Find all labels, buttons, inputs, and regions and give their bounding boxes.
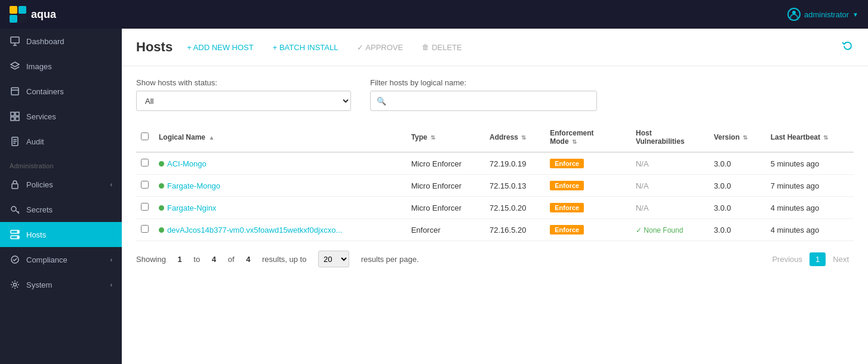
select-all-checkbox[interactable] [141,132,149,140]
cell-enforcement-3: Enforce [545,219,631,241]
page-title: Hosts [136,39,173,55]
status-indicator-1 [159,183,164,189]
batch-install-button[interactable]: + BATCH INSTALL [268,41,343,54]
username: administrator [804,10,849,19]
cell-heartbeat-1: 7 minutes ago [766,175,854,197]
sidebar-label-dashboard: Dashboard [26,37,64,46]
box-icon [10,86,20,97]
cell-version-2: 3.0.0 [709,197,766,219]
status-filter-select[interactable]: All Active Inactive Pending [136,91,351,111]
heartbeat-sort-icon: ⇅ [823,134,828,141]
svg-point-25 [17,232,19,233]
host-link-1[interactable]: Fargate-Mongo [167,181,220,190]
grid-icon [10,111,20,122]
delete-icon: 🗑 [422,43,429,51]
sidebar-item-compliance[interactable]: Compliance ‹ [0,247,122,272]
sidebar-item-policies[interactable]: Policies ‹ [0,172,122,197]
select-all-header[interactable] [136,123,154,152]
admin-section-label: Administration [0,154,122,172]
sidebar-item-dashboard[interactable]: Dashboard [0,29,122,54]
layers-icon [10,61,20,72]
sidebar-label-containers: Containers [26,87,64,96]
cell-type-0: Micro Enforcer [407,152,485,175]
svg-marker-8 [11,62,19,67]
svg-point-4 [792,11,796,14]
svg-rect-19 [12,184,18,189]
row-checkbox-1[interactable] [141,181,149,189]
refresh-button[interactable] [842,40,854,55]
enforcement-sort-icon: ⇅ [572,138,577,145]
table-row: Fargate-MongoMicro Enforcer72.15.0.13Enf… [136,175,854,197]
sidebar-item-system[interactable]: System ‹ [0,272,122,297]
logical-name-sort-icon: ▲ [208,134,214,141]
cell-vulnerabilities-2: N/A [631,197,709,219]
status-indicator-3 [159,227,164,233]
add-new-host-button[interactable]: + ADD NEW HOST [182,41,258,54]
user-avatar [787,8,801,21]
type-sort-icon: ⇅ [430,134,435,141]
cell-version-0: 3.0.0 [709,152,766,175]
top-header: aqua administrator ▼ [0,0,868,29]
sidebar-item-secrets[interactable]: Secrets [0,197,122,222]
sidebar-item-images[interactable]: Images [0,54,122,79]
cell-type-2: Micro Enforcer [407,197,485,219]
sidebar-item-containers[interactable]: Containers [0,79,122,104]
current-page-button[interactable]: 1 [809,252,826,266]
col-header-host-vulnerabilities: Host Vulnerabilities [631,123,709,152]
page-total: 4 [246,255,250,264]
svg-rect-11 [11,112,14,116]
col-header-type[interactable]: Type ⇅ [407,123,485,152]
row-checkbox-0[interactable] [141,159,149,166]
next-page-button[interactable]: Next [828,252,854,266]
system-arrow: ‹ [110,282,112,288]
host-link-0[interactable]: ACI-Mongo [167,159,207,168]
hosts-table: Logical Name ▲ Type ⇅ Address ⇅ Enforc [136,123,854,241]
sidebar-item-hosts[interactable]: Hosts [0,222,122,247]
svg-rect-9 [11,88,19,95]
per-page-suffix: results per page. [361,255,419,264]
monitor-icon [10,36,20,47]
approve-button: ✓ APPROVE [352,41,408,54]
sidebar-label-services: Services [26,112,56,121]
previous-page-button[interactable]: Previous [767,252,807,266]
status-indicator-2 [159,205,164,211]
sidebar-item-audit[interactable]: Audit [0,129,122,154]
delete-label: DELETE [432,43,462,52]
user-menu[interactable]: administrator ▼ [787,8,858,21]
enforce-badge-2: Enforce [550,203,584,212]
per-page-select[interactable]: 10 20 50 100 [318,251,349,267]
svg-rect-5 [11,37,19,43]
policies-arrow: ‹ [110,181,112,188]
logical-name-search-input[interactable] [390,97,590,106]
svg-point-20 [11,206,16,211]
sidebar-label-images: Images [26,62,52,71]
col-header-enforcement-mode[interactable]: Enforcement Mode ⇅ [545,123,631,152]
cell-heartbeat-3: 4 minutes ago [766,219,854,241]
compliance-arrow: ‹ [110,257,112,263]
page-header: Hosts + ADD NEW HOST + BATCH INSTALL ✓ A… [122,29,868,66]
host-link-3[interactable]: devAJcos14b377-vm0.vx5foawd15wetkxf0djxc… [167,226,342,235]
batch-install-label: + BATCH INSTALL [273,43,338,52]
col-header-version[interactable]: Version ⇅ [709,123,766,152]
enforce-badge-3: Enforce [550,225,584,235]
cell-vulnerabilities-0: N/A [631,152,709,175]
sidebar-item-services[interactable]: Services [0,104,122,129]
sidebar-label-secrets: Secrets [26,205,53,214]
enforce-badge-1: Enforce [550,181,584,190]
cell-heartbeat-2: 4 minutes ago [766,197,854,219]
row-checkbox-2[interactable] [141,203,149,211]
approve-label: ✓ APPROVE [357,43,403,52]
col-header-logical-name[interactable]: Logical Name ▲ [154,123,407,152]
svg-rect-1 [19,6,26,14]
col-header-address[interactable]: Address ⇅ [485,123,545,152]
svg-point-28 [14,283,17,286]
host-link-2[interactable]: Fargate-Nginx [167,203,216,212]
file-text-icon [10,136,20,147]
check-circle-icon [10,254,20,265]
user-dropdown-arrow: ▼ [852,11,858,18]
row-checkbox-3[interactable] [141,225,149,233]
cell-vulnerabilities-3: None Found [631,219,709,241]
filter-area: Show hosts with status: All Active Inact… [122,66,868,123]
cell-address-3: 72.16.5.20 [485,219,545,241]
col-header-last-heartbeat[interactable]: Last Heartbeat ⇅ [766,123,854,152]
